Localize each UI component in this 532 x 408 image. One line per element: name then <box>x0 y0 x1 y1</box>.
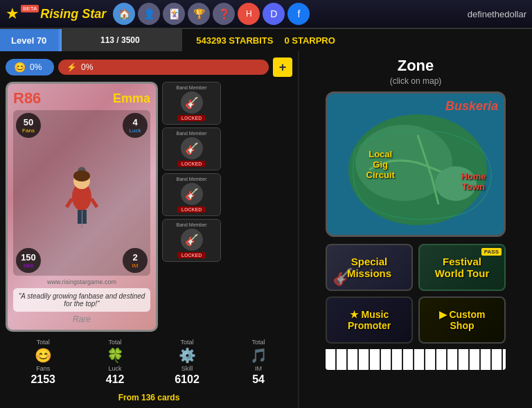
map-terrain <box>328 94 506 237</box>
facebook-button[interactable]: f <box>287 3 310 25</box>
total-skill-label: Total <box>180 339 193 346</box>
top-navigation: ★ BETA Rising Star 🏠 👤 🃏 🏆 ❓ H D f defin… <box>0 0 532 29</box>
card-stat-luck: 4 Luck <box>123 113 148 138</box>
card-display[interactable]: R86 Emma 50 Fans 4 Luck <box>6 82 158 332</box>
band-slot-3-label: Band Member <box>177 177 207 181</box>
total-im-sub: IM <box>255 365 262 372</box>
level-label: Level <box>11 35 34 46</box>
energy-value: 0% <box>81 62 93 72</box>
starpro-value: 0 STARPRO <box>284 35 335 46</box>
map-local-gig-circuit[interactable]: Local Gig Circuit <box>366 149 395 180</box>
xp-bar-fill <box>57 29 62 51</box>
band-slot-3-locked: LOCKED <box>177 206 206 213</box>
band-slot-2-locked: LOCKED <box>177 161 206 167</box>
discord-button[interactable]: D <box>263 3 285 25</box>
beta-badge: BETA <box>21 5 39 12</box>
stat-bars: 😊 0% ⚡ 0% + <box>6 57 292 78</box>
pass-badge: PASS <box>481 248 502 256</box>
xp-bar: 113 / 3500 <box>57 29 182 51</box>
total-skill-sub: Skill <box>181 365 193 372</box>
band-slot-1-locked: LOCKED <box>177 115 206 121</box>
card-id: R86 <box>13 89 41 107</box>
festival-world-tour-button[interactable]: PASS FestivalWorld Tour <box>418 244 506 291</box>
custom-shop-button[interactable]: ▶ CustomShop <box>418 296 506 344</box>
total-fans-sub: Fans <box>36 365 50 372</box>
svg-rect-3 <box>78 210 82 224</box>
ego-icon: 😊 <box>14 62 26 73</box>
special-missions-label: SpecialMissions <box>347 256 391 279</box>
card-name: Emma <box>113 91 150 106</box>
total-im: Total 🎵 IM 54 <box>250 339 267 386</box>
left-panel: 😊 0% ⚡ 0% + R86 Emma 50 Fans <box>0 51 298 408</box>
profile-button[interactable]: 👤 <box>138 3 160 25</box>
total-luck-sub: Luck <box>109 365 122 372</box>
svg-line-7 <box>66 199 72 207</box>
hive-button[interactable]: H <box>238 3 260 25</box>
map-container[interactable]: Buskeria Local Gig Circuit Home Town <box>326 91 506 237</box>
total-skill-value: 6102 <box>175 373 200 386</box>
totals-row: Total 😊 Fans 2153 Total 🍀 Luck 412 Total… <box>6 336 292 389</box>
piano-keys <box>326 349 506 370</box>
band-slot-4-icon: 🎸 <box>181 229 203 251</box>
music-promoter-button[interactable]: ★ MusicPromoter <box>326 296 413 344</box>
band-slots: Band Member 🎸 LOCKED Band Member 🎸 LOCKE… <box>162 82 221 332</box>
band-slot-1-icon: 🎸 <box>181 91 203 114</box>
starbits-value: 543293 STARBITS <box>196 35 273 46</box>
skill-icon: ⚙️ <box>179 347 196 364</box>
fans-icon: 😊 <box>35 347 52 364</box>
energy-bar: ⚡ 0% <box>58 60 269 75</box>
band-slot-1[interactable]: Band Member 🎸 LOCKED <box>162 82 221 125</box>
total-luck-label: Total <box>109 339 122 346</box>
level-value: 70 <box>37 35 46 46</box>
zone-title: Zone <box>398 57 434 75</box>
level-badge: Level 70 <box>0 29 57 51</box>
custom-shop-label: ▶ CustomShop <box>439 309 486 331</box>
right-panel: Zone (click on map) Buskeria Local <box>298 51 532 408</box>
card-stat-fans: 50 Fans <box>16 113 41 138</box>
svg-rect-4 <box>82 210 87 224</box>
star-icon: ★ <box>6 5 19 23</box>
home-button[interactable]: 🏠 <box>113 3 135 25</box>
music-promoter-label: ★ MusicPromoter <box>348 309 391 331</box>
total-fans-label: Total <box>37 339 50 346</box>
from-cards: From 136 cards <box>6 393 292 402</box>
logo-area: ★ BETA Rising Star <box>6 5 106 23</box>
help-button[interactable]: ❓ <box>213 3 235 25</box>
card-image-area: 50 Fans 4 Luck <box>13 110 150 276</box>
festival-world-tour-label: FestivalWorld Tour <box>435 256 490 279</box>
special-missions-button[interactable]: 🎸 SpecialMissions <box>326 244 413 291</box>
total-luck-value: 412 <box>106 373 125 386</box>
trophy-button[interactable]: 🏆 <box>188 3 210 25</box>
band-slot-4-label: Band Member <box>177 222 207 227</box>
xp-text: 113 / 3500 <box>100 35 140 45</box>
level-bar: Level 70 113 / 3500 543293 STARBITS 0 ST… <box>0 29 532 51</box>
energy-icon: ⚡ <box>66 62 77 72</box>
total-luck: Total 🍀 Luck 412 <box>106 339 125 386</box>
total-fans-value: 2153 <box>30 373 55 386</box>
total-fans: Total 😊 Fans 2153 <box>30 339 55 386</box>
total-im-value: 54 <box>252 373 265 386</box>
action-buttons: 🎸 SpecialMissions PASS FestivalWorld Tou… <box>326 244 506 344</box>
logo-text: Rising Star <box>40 7 106 21</box>
band-slot-2[interactable]: Band Member 🎸 LOCKED <box>162 127 221 170</box>
band-slot-1-label: Band Member <box>177 85 207 90</box>
map-buskeria-label: Buskeria <box>445 99 498 114</box>
card-rarity: Rare <box>13 314 150 324</box>
ego-bar: 😊 0% <box>6 59 54 76</box>
card-stat-im: 2 IM <box>123 248 148 273</box>
total-skill: Total ⚙️ Skill 6102 <box>175 339 200 386</box>
band-slot-4-locked: LOCKED <box>177 252 206 258</box>
map-hometown[interactable]: Home Town <box>461 171 486 192</box>
band-slot-3[interactable]: Band Member 🎸 LOCKED <box>162 173 221 216</box>
band-slot-3-icon: 🎸 <box>181 183 203 205</box>
svg-line-8 <box>91 199 97 207</box>
card-header: R86 Emma <box>13 89 150 107</box>
zone-subtitle: (click on map) <box>390 76 442 86</box>
cards-button[interactable]: 🃏 <box>163 3 185 25</box>
username-display: definethedollar <box>468 9 526 19</box>
card-quote: "A steadily growing fanbase and destined… <box>13 288 150 312</box>
main-content: 😊 0% ⚡ 0% + R86 Emma 50 Fans <box>0 51 532 408</box>
band-slot-2-icon: 🎸 <box>181 137 203 159</box>
band-slot-4[interactable]: Band Member 🎸 LOCKED <box>162 219 221 262</box>
plus-button[interactable]: + <box>273 57 292 77</box>
